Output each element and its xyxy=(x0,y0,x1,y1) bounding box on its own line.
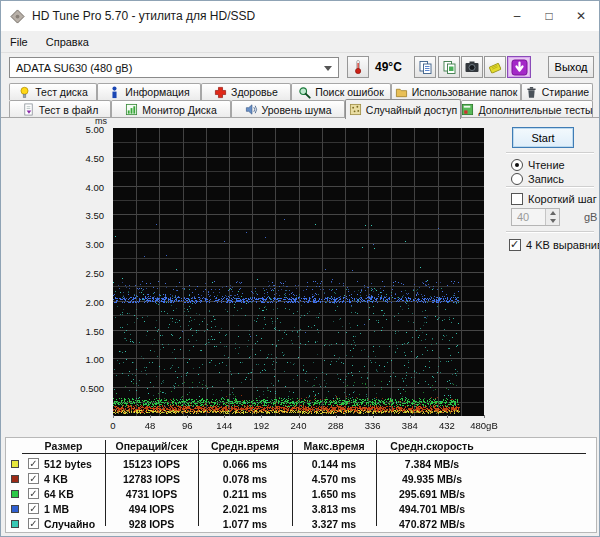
x-tick-mark xyxy=(299,415,300,418)
start-button[interactable]: Start xyxy=(512,127,574,148)
maximize-button[interactable]: □ xyxy=(533,1,565,31)
cell-max: 0.144 ms xyxy=(292,458,376,470)
temperature-button[interactable] xyxy=(347,56,369,78)
drive-select[interactable]: ADATA SU630 (480 gB) xyxy=(9,57,339,78)
tab-label: Монитор Диска xyxy=(142,104,217,116)
short-stride-checkbox[interactable] xyxy=(511,193,523,205)
read-radio-row[interactable]: Чтение xyxy=(511,159,565,171)
drive-select-value: ADATA SU630 (480 gB) xyxy=(16,62,132,74)
minimize-button[interactable]: – xyxy=(501,1,533,31)
series-color-swatch xyxy=(11,460,19,468)
row-checkbox[interactable] xyxy=(28,518,39,529)
x-tick-label: 432 xyxy=(439,420,455,431)
x-tick-mark xyxy=(261,415,262,418)
tab-label: Поиск ошибок xyxy=(315,86,384,98)
cell-speed: 470.872 MB/s xyxy=(376,518,488,530)
title-bar: HD Tune Pro 5.70 - утилита для HD/SSD – … xyxy=(1,1,599,31)
tab-label: Тест диска xyxy=(35,86,88,98)
stride-unit-label: gB xyxy=(584,211,597,223)
hdtune-logo-icon xyxy=(10,9,25,24)
short-stride-row[interactable]: Короткий шаг xyxy=(511,193,597,205)
tab-disk-test[interactable]: Тест диска xyxy=(9,83,97,100)
cell-size: 64 KB xyxy=(44,488,74,500)
table-row: 512 bytes 15123 IOPS 0.066 ms 0.144 ms 7… xyxy=(6,457,596,472)
tab-erase[interactable]: Стирание xyxy=(521,83,593,100)
y-tick-label: 2.00 xyxy=(86,297,105,308)
window-title: HD Tune Pro 5.70 - утилита для HD/SSD xyxy=(32,9,255,23)
toolbar: ADATA SU630 (480 gB) 49°C xyxy=(1,54,599,82)
error-search-icon xyxy=(298,86,311,99)
y-tick-label: 1.00 xyxy=(86,354,105,365)
stride-spinner[interactable]: 40 xyxy=(511,208,560,226)
menu-file[interactable]: File xyxy=(1,31,37,52)
thermometer-icon xyxy=(351,59,365,75)
x-tick-mark xyxy=(224,415,225,418)
hdtune-window: HD Tune Pro 5.70 - утилита для HD/SSD – … xyxy=(0,0,600,537)
read-radio[interactable] xyxy=(511,159,523,171)
x-tick-label: 0 xyxy=(110,420,115,431)
y-tick-label: 2.50 xyxy=(86,268,105,279)
tab-info[interactable]: Информация xyxy=(97,83,201,100)
spinner-down-button[interactable] xyxy=(546,217,559,225)
align-row[interactable]: 4 KB выравнив. xyxy=(509,239,600,251)
tab-health[interactable]: Здоровье xyxy=(201,83,291,100)
trash-icon xyxy=(525,86,538,99)
x-tick-mark xyxy=(484,415,485,418)
y-tick-label: 3.00 xyxy=(86,239,105,250)
tab-label: Здоровье xyxy=(231,86,278,98)
cell-avg: 1.077 ms xyxy=(198,518,292,530)
separator xyxy=(506,152,594,154)
download-arrow-icon xyxy=(511,59,528,76)
header-underline xyxy=(22,453,586,454)
y-tick-label: 4.50 xyxy=(86,153,105,164)
x-tick-label: 384 xyxy=(402,420,418,431)
col-header-max: Макс.время xyxy=(292,440,376,452)
row-checkbox[interactable] xyxy=(28,488,39,499)
row-checkbox[interactable] xyxy=(28,458,39,469)
save-button[interactable] xyxy=(484,56,506,78)
write-label: Запись xyxy=(528,173,564,185)
y-tick-label: 1.50 xyxy=(86,326,105,337)
write-radio[interactable] xyxy=(511,173,523,185)
cell-size: 1 MB xyxy=(44,503,69,515)
align-label: 4 KB выравнив. xyxy=(526,239,600,251)
row-checkbox[interactable] xyxy=(28,503,39,514)
cell-avg: 0.211 ms xyxy=(198,488,292,500)
tab-extra-tests[interactable]: Дополнительные тесты xyxy=(461,100,593,118)
x-tick-mark xyxy=(113,415,114,418)
cell-max: 4.570 ms xyxy=(292,473,376,485)
cell-max: 3.813 ms xyxy=(292,503,376,515)
copy-image-button[interactable] xyxy=(438,56,460,78)
tab-label: Стирание xyxy=(542,86,589,98)
x-tick-label: 144 xyxy=(216,420,232,431)
tab-disk-monitor[interactable]: Монитор Диска xyxy=(111,100,231,118)
close-button[interactable]: ✕ xyxy=(565,1,597,31)
download-button[interactable] xyxy=(507,56,531,78)
cell-max: 3.327 ms xyxy=(292,518,376,530)
x-tick-mark xyxy=(187,415,188,418)
screenshot-button[interactable] xyxy=(461,56,483,78)
x-tick-label: 48 xyxy=(145,420,156,431)
tab-label: Уровень шума xyxy=(262,104,332,116)
copy-pages-blue-icon xyxy=(418,60,433,75)
spinner-up-button[interactable] xyxy=(546,209,559,217)
exit-button[interactable]: Выход xyxy=(548,56,594,78)
tab-noise-level[interactable]: Уровень шума xyxy=(231,100,345,118)
short-stride-label: Короткий шаг xyxy=(528,193,597,205)
tab-folder-usage[interactable]: Использование папок xyxy=(391,83,521,100)
menu-help[interactable]: Справка xyxy=(37,31,98,52)
y-tick-label: 4.00 xyxy=(86,182,105,193)
x-tick-label: 288 xyxy=(328,420,344,431)
cell-speed: 494.701 MB/s xyxy=(376,503,488,515)
x-tick-mark xyxy=(373,415,374,418)
align-4kb-checkbox[interactable] xyxy=(509,239,521,251)
cell-size: 4 KB xyxy=(44,473,68,485)
bulb-icon xyxy=(18,86,31,99)
x-tick-label: 480gB xyxy=(470,420,497,431)
write-radio-row[interactable]: Запись xyxy=(511,173,564,185)
row-checkbox[interactable] xyxy=(28,473,39,484)
tab-error-scan[interactable]: Поиск ошибок xyxy=(291,83,391,100)
tab-random-access[interactable]: Случайный доступ xyxy=(345,99,461,119)
copy-text-button[interactable] xyxy=(414,56,436,78)
chevron-down-icon xyxy=(324,66,332,71)
